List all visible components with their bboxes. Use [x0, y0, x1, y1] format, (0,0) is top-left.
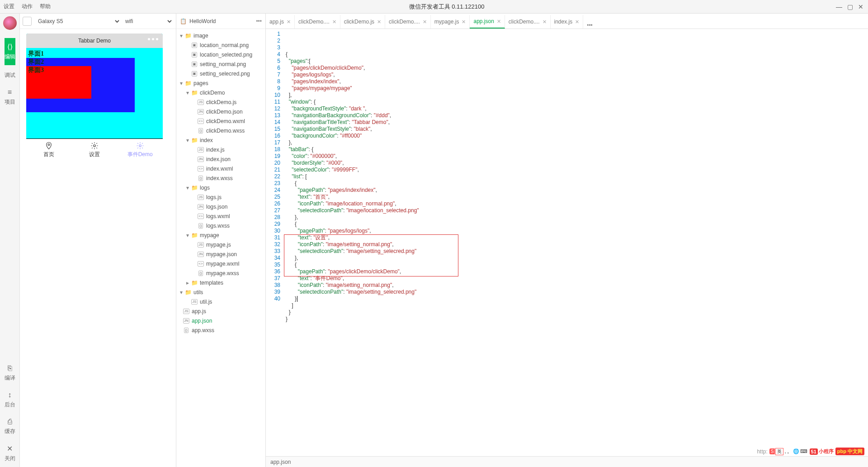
- tree-logs-wxml[interactable]: <>logs.wxml: [176, 211, 265, 221]
- tree-logs-wxss[interactable]: {}logs.wxss: [176, 221, 265, 230]
- project-name: HelloWorld: [189, 18, 256, 24]
- tree-mypage[interactable]: ▾📁mypage: [176, 230, 265, 240]
- tab-app-js[interactable]: app.js✕: [266, 15, 295, 29]
- tree-clickDemo-wxml[interactable]: <>clickDemo.wxml: [176, 116, 265, 126]
- tree-mypage-wxml[interactable]: <>mypage.wxml: [176, 259, 265, 268]
- tab-close-icon[interactable]: ✕: [497, 19, 501, 24]
- view-label-1: 界面1: [28, 50, 44, 58]
- code-area[interactable]: { "pages":[ "pages/clickDemo/clickDemo",…: [284, 29, 868, 456]
- project-menu-icon[interactable]: •••: [256, 18, 262, 24]
- window-close-icon[interactable]: ✕: [857, 3, 864, 10]
- tree-mypage-json[interactable]: JNmypage.json: [176, 249, 265, 259]
- window-minimize-icon[interactable]: —: [835, 3, 843, 10]
- tab-close-icon[interactable]: ✕: [287, 19, 291, 25]
- tree-clickDemo[interactable]: ▾📁clickDemo: [176, 88, 265, 97]
- tree-clickDemo-wxss[interactable]: {}clickDemo.wxss: [176, 126, 265, 135]
- tab-app-json[interactable]: app.json✕: [470, 15, 505, 29]
- tree-location_selected-png[interactable]: ▣location_selected.png: [176, 50, 265, 59]
- project-icon: 📋: [180, 18, 187, 24]
- tab-clickDemo----[interactable]: clickDemo....✕: [295, 15, 340, 29]
- tree-logs-json[interactable]: JNlogs.json: [176, 202, 265, 211]
- tab-mypage-js[interactable]: mypage.js✕: [431, 15, 470, 29]
- left-rail: ⟨⟩编辑调试≡项目 ⎘编译↕后台⎙缓存✕关闭: [0, 14, 20, 467]
- rail-close[interactable]: ✕关闭: [5, 440, 15, 467]
- svg-point-1: [94, 145, 96, 147]
- phone-tab-home[interactable]: 首页: [26, 139, 72, 161]
- tab-clickDemo-js[interactable]: clickDemo.js✕: [340, 15, 385, 29]
- network-select[interactable]: wifi: [123, 18, 173, 25]
- device-bar: Galaxy S5 wifi: [20, 14, 176, 29]
- phone-body[interactable]: 界面1 界面2 界面3: [26, 48, 163, 138]
- orientation-icon[interactable]: [23, 17, 32, 26]
- tree-pages[interactable]: ▾📁pages: [176, 78, 265, 88]
- demo-icon: [136, 142, 144, 150]
- tree-logs-js[interactable]: JSlogs.js: [176, 192, 265, 202]
- status-bar: app.json: [266, 456, 868, 467]
- tree-arrow-icon: ▸: [186, 280, 191, 286]
- rail-background[interactable]: ↕后台: [5, 386, 15, 413]
- ime-indicator: S英 ,。🌐⌨: [769, 448, 808, 455]
- tree-setting_selecred-png[interactable]: ▣setting_selecred.png: [176, 69, 265, 78]
- tree-mypage-js[interactable]: JSmypage.js: [176, 240, 265, 249]
- tab-close-icon[interactable]: ✕: [575, 19, 579, 25]
- window-maximize-icon[interactable]: ▢: [846, 3, 854, 10]
- tab-clickDemo----[interactable]: clickDemo....✕: [385, 15, 431, 29]
- tree-index-wxss[interactable]: {}index.wxss: [176, 173, 265, 183]
- editor-tabs: app.js✕clickDemo....✕clickDemo.js✕clickD…: [266, 14, 868, 29]
- tabs-more-icon[interactable]: •••: [583, 22, 596, 29]
- rail-cache[interactable]: ⎙缓存: [5, 413, 15, 440]
- tree-image[interactable]: ▾📁image: [176, 31, 265, 40]
- tree-index-json[interactable]: JNindex.json: [176, 154, 265, 164]
- tree-arrow-icon: ▾: [186, 137, 191, 143]
- window-title: 微信开发者工具 0.11.122100: [58, 3, 835, 11]
- tree-index-js[interactable]: JSindex.js: [176, 145, 265, 154]
- tab-close-icon[interactable]: ✕: [462, 19, 466, 25]
- watermark-url: http:: [757, 448, 767, 455]
- tree-templates[interactable]: ▸📁templates: [176, 278, 265, 287]
- code-editor[interactable]: 1234567891011121314151617181920212223242…: [266, 29, 868, 456]
- compile-icon: ⎘: [8, 364, 12, 372]
- tree-clickDemo-js[interactable]: JSclickDemo.js: [176, 97, 265, 107]
- tab-close-icon[interactable]: ✕: [423, 19, 427, 25]
- tree-app-wxss[interactable]: {}app.wxss: [176, 325, 265, 335]
- tree-location_normal-png[interactable]: ▣location_normal.png: [176, 40, 265, 50]
- tree-logs[interactable]: ▾📁logs: [176, 183, 265, 192]
- cache-icon: ⎙: [8, 418, 12, 426]
- background-icon: ↕: [8, 391, 12, 399]
- tree-utils[interactable]: ▾📁utils: [176, 287, 265, 297]
- rail-edit[interactable]: ⟨⟩编辑: [5, 38, 15, 65]
- tree-index[interactable]: ▾📁index: [176, 135, 265, 145]
- tree-arrow-icon: ▾: [186, 232, 191, 238]
- file-explorer: 📋 HelloWorld ••• ▾📁image▣location_normal…: [176, 14, 266, 467]
- tab-clickDemo----[interactable]: clickDemo....✕: [505, 15, 551, 29]
- menu-settings[interactable]: 设置: [4, 3, 14, 10]
- phone-simulator: Tabbar Demo 界面1 界面2 界面3 首页设置事件Demo: [26, 33, 163, 161]
- tree-util-js[interactable]: JSutil.js: [176, 297, 265, 306]
- menu-help[interactable]: 帮助: [40, 3, 51, 10]
- settings-icon: [90, 142, 99, 150]
- tab-index-js[interactable]: index.js✕: [551, 15, 584, 29]
- tab-close-icon[interactable]: ✕: [377, 19, 381, 25]
- tree-index-wxml[interactable]: <>index.wxml: [176, 164, 265, 173]
- view-label-2: 界面2: [28, 58, 44, 66]
- tree-app-json[interactable]: JNapp.json: [176, 316, 265, 325]
- device-select[interactable]: Galaxy S5: [36, 18, 121, 25]
- phone-tab-settings[interactable]: 设置: [72, 139, 118, 161]
- tab-close-icon[interactable]: ✕: [332, 19, 336, 25]
- project-header: 📋 HelloWorld •••: [176, 14, 265, 29]
- rail-project[interactable]: ≡项目: [5, 84, 15, 110]
- phone-tab-demo[interactable]: 事件Demo: [117, 139, 163, 161]
- file-tree[interactable]: ▾📁image▣location_normal.png▣location_sel…: [176, 29, 265, 467]
- tree-mypage-wxss[interactable]: {}mypage.wxss: [176, 268, 265, 278]
- editor-panel: app.js✕clickDemo....✕clickDemo.js✕clickD…: [266, 14, 868, 467]
- tree-clickDemo-json[interactable]: JNclickDemo.json: [176, 107, 265, 116]
- tree-setting_normal-png[interactable]: ▣setting_normal.png: [176, 59, 265, 69]
- avatar[interactable]: [3, 16, 17, 30]
- rail-debug[interactable]: 调试: [5, 65, 15, 84]
- tree-app-js[interactable]: JSapp.js: [176, 306, 265, 316]
- phone-menu-dots-icon[interactable]: [148, 38, 158, 40]
- edit-icon: ⟨⟩: [7, 43, 13, 51]
- tab-close-icon[interactable]: ✕: [542, 19, 547, 25]
- menu-actions[interactable]: 动作: [22, 3, 33, 10]
- rail-compile[interactable]: ⎘编译: [5, 360, 15, 386]
